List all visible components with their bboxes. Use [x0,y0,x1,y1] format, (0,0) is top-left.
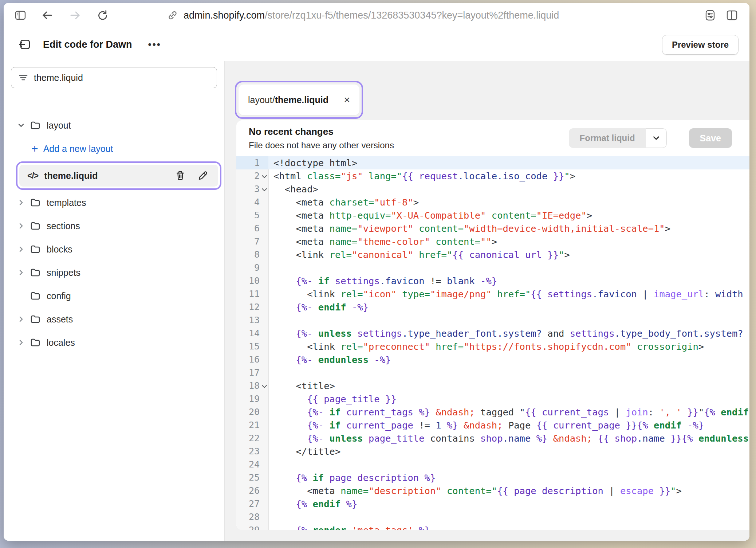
code-text[interactable]: <meta http-equiv="X-UA-Compatible" conte… [268,209,749,222]
code-text[interactable]: <!doctype html> [268,156,749,169]
code-line[interactable]: 23 </title> [236,445,749,458]
code-text[interactable]: <html class="js" lang="{{ request.locale… [268,169,749,183]
fold-caret-icon[interactable] [262,186,267,191]
address-bar[interactable]: admin.shopify.com/store/rzq1xu-f5/themes… [184,3,559,28]
file-search-input[interactable]: theme.liquid [11,67,217,88]
code-text[interactable]: {%- endif -%} [268,301,749,314]
code-line[interactable]: 12 {%- endif -%} [236,301,749,314]
line-number[interactable]: 1 [236,156,268,169]
code-line[interactable]: 15 <link rel="preconnect" href="https://… [236,340,749,353]
folder-row-sections[interactable]: sections [4,214,224,238]
delete-file-icon[interactable] [174,170,186,181]
code-line[interactable]: 18 <title> [236,379,749,392]
page-settings-icon[interactable] [703,8,717,23]
code-text[interactable] [268,261,749,274]
code-line[interactable]: 9 [236,261,749,274]
code-text[interactable]: <meta name="theme-color" content=""> [268,235,749,248]
line-number[interactable]: 4 [236,196,268,209]
code-line[interactable]: 3 <head> [236,183,749,196]
line-number[interactable]: 27 [236,497,268,510]
code-line[interactable]: 29 {% render 'meta-tags' %} [236,524,749,530]
line-number[interactable]: 3 [236,183,268,196]
line-number[interactable]: 28 [236,510,268,524]
code-text[interactable]: <link rel="icon" type="image/png" href="… [268,287,749,301]
code-line[interactable]: 26 <meta name="description" content="{{ … [236,484,749,497]
back-icon[interactable] [40,8,55,23]
exit-icon[interactable] [18,38,32,51]
code-line[interactable]: 1<!doctype html> [236,156,749,169]
chevron-right-icon[interactable] [17,339,25,346]
line-number[interactable]: 12 [236,301,268,314]
line-number[interactable]: 24 [236,458,268,471]
close-tab-icon[interactable]: × [344,94,350,105]
code-line[interactable]: 25 {% if page_description %} [236,471,749,484]
line-number[interactable]: 29 [236,524,268,530]
line-number[interactable]: 21 [236,419,268,432]
line-number[interactable]: 17 [236,366,268,379]
line-number[interactable]: 8 [236,248,268,261]
code-text[interactable]: <link rel="preconnect" href="https://fon… [268,340,749,353]
line-number[interactable]: 9 [236,261,268,274]
code-text[interactable] [268,366,749,379]
line-number[interactable]: 19 [236,392,268,406]
code-text[interactable]: <meta charset="utf-8"> [268,196,749,209]
line-number[interactable]: 7 [236,235,268,248]
line-number[interactable]: 23 [236,445,268,458]
code-text[interactable]: {%- unless settings.type_header_font.sys… [268,327,749,340]
fold-caret-icon[interactable] [262,383,267,388]
code-text[interactable] [268,458,749,471]
code-line[interactable]: 13 [236,314,749,327]
code-text[interactable]: <head> [268,183,749,196]
code-line[interactable]: 14 {%- unless settings.type_header_font.… [236,327,749,340]
fold-caret-icon[interactable] [262,173,267,178]
code-text[interactable]: {%- if current_tags %} &ndash; tagged "{… [268,406,749,419]
reload-icon[interactable] [95,8,110,23]
sidebar-toggle-icon[interactable] [13,8,28,23]
folder-row-locales[interactable]: locales [4,331,224,354]
code-line[interactable]: 11 <link rel="icon" type="image/png" hre… [236,287,749,301]
code-line[interactable]: 7 <meta name="theme-color" content=""> [236,235,749,248]
code-text[interactable]: <meta name="viewport" content="width=dev… [268,222,749,235]
rename-file-icon[interactable] [197,170,209,181]
code-text[interactable]: {{ page_title }} [268,392,749,406]
code-text[interactable]: <link rel="canonical" href="{{ canonical… [268,248,749,261]
line-number[interactable]: 6 [236,222,268,235]
line-number[interactable]: 20 [236,406,268,419]
code-editor[interactable]: 1<!doctype html>2<html class="js" lang="… [236,156,749,530]
line-number[interactable]: 16 [236,353,268,366]
format-liquid-button[interactable]: Format liquid [569,128,646,148]
chevron-right-icon[interactable] [17,269,25,276]
folder-row-snippets[interactable]: snippets [4,261,224,284]
line-number[interactable]: 13 [236,314,268,327]
code-line[interactable]: 19 {{ page_title }} [236,392,749,406]
chevron-right-icon[interactable] [17,246,25,253]
line-number[interactable]: 25 [236,471,268,484]
more-menu-icon[interactable]: ••• [148,39,161,50]
line-number[interactable]: 10 [236,274,268,287]
folder-row-config[interactable]: config [4,284,224,308]
folder-row-templates[interactable]: templates [4,191,224,214]
code-line[interactable]: 28 [236,510,749,524]
code-text[interactable]: <meta name="description" content="{{ pag… [268,484,749,497]
line-number[interactable]: 18 [236,379,268,392]
code-text[interactable]: {%- if current_page != 1 %} &ndash; Page… [268,419,749,432]
code-line[interactable]: 8 <link rel="canonical" href="{{ canonic… [236,248,749,261]
folder-row-layout[interactable]: layout [4,114,224,137]
forward-icon[interactable] [68,8,82,23]
folder-row-blocks[interactable]: blocks [4,238,224,261]
line-number[interactable]: 14 [236,327,268,340]
code-line[interactable]: 20 {%- if current_tags %} &ndash; tagged… [236,406,749,419]
code-line[interactable]: 17 [236,366,749,379]
code-line[interactable]: 22 {%- unless page_title contains shop.n… [236,432,749,445]
file-row-theme-liquid[interactable]: </> theme.liquid [19,165,218,187]
code-line[interactable]: 10 {%- if settings.favicon != blank -%} [236,274,749,287]
line-number[interactable]: 5 [236,209,268,222]
line-number[interactable]: 22 [236,432,268,445]
chevron-down-icon[interactable] [17,122,25,129]
code-line[interactable]: 5 <meta http-equiv="X-UA-Compatible" con… [236,209,749,222]
code-text[interactable]: {% if page_description %} [268,471,749,484]
line-number[interactable]: 2 [236,169,268,183]
chevron-right-icon[interactable] [17,316,25,323]
code-line[interactable]: 21 {%- if current_page != 1 %} &ndash; P… [236,419,749,432]
folder-row-assets[interactable]: assets [4,308,224,331]
